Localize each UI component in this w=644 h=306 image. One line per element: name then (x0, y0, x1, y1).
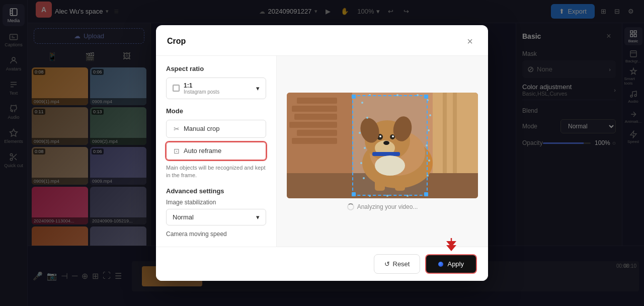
manual-crop-icon: ✂ (174, 125, 180, 133)
apply-button-container: Apply (425, 254, 477, 274)
aspect-icon (173, 85, 180, 92)
auto-reframe-icon: ⊡ (174, 147, 180, 155)
modal-body: Aspect ratio 1:1 Instagram posts ▾ Mode … (156, 56, 488, 247)
svg-rect-22 (292, 138, 337, 144)
apply-dot-icon (438, 262, 443, 267)
modal-left-panel: Aspect ratio 1:1 Instagram posts ▾ Mode … (156, 56, 277, 247)
aspect-text-block: 1:1 Instagram posts (184, 82, 219, 95)
video-preview (287, 93, 478, 198)
analyzing-status: Analyzing your video... (347, 203, 418, 210)
manual-crop-label: Manual crop (184, 125, 220, 132)
svg-rect-20 (289, 122, 337, 128)
auto-reframe-header: ⊡ Auto reframe (174, 147, 221, 155)
crop-handle-tr[interactable] (424, 95, 428, 99)
crop-handle-tl[interactable] (352, 95, 356, 99)
modal-right-panel: Analyzing your video... (277, 56, 488, 247)
aspect-ratio-dropdown[interactable]: 1:1 Instagram posts ▾ (166, 78, 266, 99)
aspect-ratio-title: Aspect ratio (166, 65, 266, 72)
reset-icon: ↺ (384, 260, 390, 268)
crop-handle-br[interactable] (424, 192, 428, 196)
stab-chevron: ▾ (256, 213, 260, 221)
modal-footer: ↺ Reset Apply (156, 247, 488, 281)
stabilization-dropdown[interactable]: Normal ▾ (166, 209, 266, 225)
camera-speed-label: Camera moving speed (166, 231, 266, 238)
svg-point-52 (428, 160, 430, 162)
spinner-icon (347, 203, 354, 210)
apply-label: Apply (447, 260, 464, 268)
modal-overlay: Crop × Aspect ratio 1:1 Instagram posts … (0, 0, 644, 306)
svg-rect-18 (292, 106, 337, 112)
auto-reframe-button[interactable]: ⊡ Auto reframe (166, 142, 266, 160)
advanced-section: Advanced settings Image stabilization No… (166, 187, 266, 238)
svg-rect-21 (297, 130, 337, 136)
manual-crop-button[interactable]: ✂ Manual crop (166, 120, 266, 138)
modal-close-button[interactable]: × (463, 34, 477, 48)
stab-value: Normal (173, 213, 194, 221)
crop-handle-bl[interactable] (352, 192, 356, 196)
aspect-left: 1:1 Instagram posts (173, 82, 219, 95)
crop-overlay (352, 95, 428, 196)
crop-modal: Crop × Aspect ratio 1:1 Instagram posts … (156, 25, 488, 281)
aspect-chevron: ▾ (256, 85, 260, 92)
analyzing-text-label: Analyzing your video... (357, 203, 418, 210)
aspect-sub: Instagram posts (184, 89, 219, 95)
apply-button[interactable]: Apply (425, 254, 477, 274)
svg-point-49 (429, 114, 431, 116)
mode-title: Mode (166, 107, 266, 115)
reset-label: Reset (393, 260, 410, 268)
mode-description: Main objects will be recognized and kept… (166, 164, 266, 180)
svg-rect-17 (297, 98, 337, 104)
reset-button[interactable]: ↺ Reset (374, 254, 421, 274)
svg-point-50 (428, 129, 430, 131)
modal-title: Crop (167, 37, 186, 46)
auto-reframe-label: Auto reframe (184, 147, 221, 155)
svg-rect-19 (294, 114, 337, 120)
image-stab-label: Image stabilization (166, 199, 266, 206)
advanced-title: Advanced settings (166, 187, 266, 195)
modal-header: Crop × (156, 25, 488, 56)
aspect-value: 1:1 (184, 82, 219, 89)
